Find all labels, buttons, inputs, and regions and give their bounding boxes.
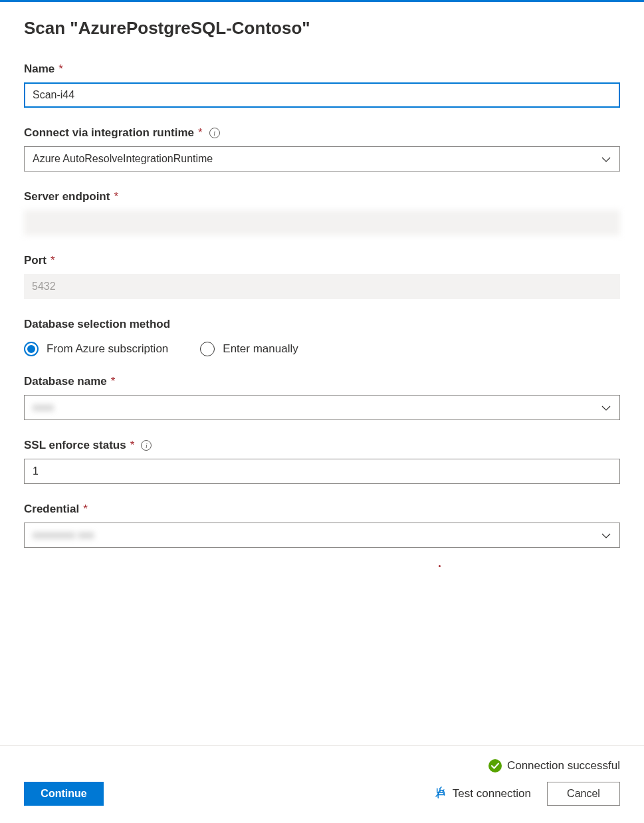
info-icon[interactable]: i bbox=[141, 440, 152, 451]
required-asterisk: * bbox=[198, 126, 203, 140]
footer-right: Test connection Cancel bbox=[434, 782, 620, 806]
radio-from-azure[interactable]: From Azure subscription bbox=[24, 342, 168, 356]
credential-select-value: xxxxxxxx xxx bbox=[33, 529, 94, 541]
db-name-select[interactable]: xxxx bbox=[24, 395, 620, 420]
port-input bbox=[24, 274, 620, 299]
field-name: Name * bbox=[24, 62, 620, 108]
field-runtime: Connect via integration runtime * i Azur… bbox=[24, 126, 620, 172]
db-name-select-value: xxxx bbox=[33, 402, 54, 413]
test-connection-link[interactable]: Test connection bbox=[434, 786, 531, 801]
radio-enter-manually[interactable]: Enter manually bbox=[200, 342, 298, 356]
label-endpoint-text: Server endpoint bbox=[24, 190, 110, 203]
required-asterisk: * bbox=[58, 62, 63, 76]
db-name-select-wrapper: xxxx bbox=[24, 395, 620, 420]
svg-line-1 bbox=[440, 787, 441, 788]
label-credential: Credential * bbox=[24, 503, 620, 516]
label-port-text: Port bbox=[24, 254, 47, 267]
page-title: Scan "AzurePostgreSQL-Contoso" bbox=[24, 18, 620, 39]
connection-status: Connection successful bbox=[24, 759, 620, 772]
footer: Connection successful Continue Test conn… bbox=[0, 745, 644, 823]
label-runtime-text: Connect via integration runtime bbox=[24, 126, 194, 140]
label-name: Name * bbox=[24, 62, 620, 76]
field-ssl: SSL enforce status * i bbox=[24, 439, 620, 484]
label-endpoint: Server endpoint * bbox=[24, 190, 620, 203]
check-icon bbox=[488, 759, 502, 772]
label-name-text: Name bbox=[24, 62, 54, 76]
field-port: Port * bbox=[24, 254, 620, 299]
required-asterisk: * bbox=[111, 375, 116, 388]
label-ssl: SSL enforce status * i bbox=[24, 439, 620, 452]
radio-circle-unselected bbox=[200, 342, 215, 356]
runtime-select-value: Azure AutoResolveIntegrationRuntime bbox=[33, 153, 213, 165]
label-db-name: Database name * bbox=[24, 375, 620, 388]
radio-dot bbox=[27, 345, 35, 353]
form-container: Scan "AzurePostgreSQL-Contoso" Name * Co… bbox=[0, 2, 644, 548]
label-runtime: Connect via integration runtime * i bbox=[24, 126, 620, 140]
required-asterisk: * bbox=[51, 254, 55, 267]
label-port: Port * bbox=[24, 254, 620, 267]
label-credential-text: Credential bbox=[24, 503, 79, 516]
ssl-input[interactable] bbox=[24, 459, 620, 484]
radio-from-azure-label: From Azure subscription bbox=[47, 342, 168, 356]
required-asterisk: * bbox=[130, 439, 135, 452]
info-icon[interactable]: i bbox=[209, 128, 220, 138]
radio-group-db-method: From Azure subscription Enter manually bbox=[24, 342, 620, 356]
footer-buttons: Continue Test connection Cancel bbox=[24, 782, 620, 806]
label-db-name-text: Database name bbox=[24, 375, 107, 388]
field-credential: Credential * xxxxxxxx xxx bbox=[24, 503, 620, 548]
field-db-method: Database selection method From Azure sub… bbox=[24, 318, 620, 356]
plug-icon bbox=[434, 786, 446, 801]
required-asterisk: * bbox=[114, 190, 118, 203]
runtime-select-wrapper: Azure AutoResolveIntegrationRuntime bbox=[24, 146, 620, 172]
name-input[interactable] bbox=[24, 82, 620, 108]
field-db-name: Database name * xxxx bbox=[24, 375, 620, 420]
status-text: Connection successful bbox=[507, 759, 620, 772]
field-endpoint: Server endpoint * bbox=[24, 190, 620, 235]
label-db-method-text: Database selection method bbox=[24, 318, 170, 331]
required-asterisk: * bbox=[83, 503, 88, 516]
runtime-select[interactable]: Azure AutoResolveIntegrationRuntime bbox=[24, 146, 620, 172]
endpoint-input bbox=[24, 210, 620, 235]
radio-manual-label: Enter manually bbox=[223, 342, 298, 356]
cancel-button[interactable]: Cancel bbox=[547, 782, 620, 806]
test-connection-text: Test connection bbox=[453, 787, 531, 800]
radio-circle-selected bbox=[24, 342, 39, 356]
label-db-method: Database selection method bbox=[24, 318, 620, 331]
credential-select[interactable]: xxxxxxxx xxx bbox=[24, 523, 620, 548]
stray-dot bbox=[439, 565, 441, 567]
credential-select-wrapper: xxxxxxxx xxx bbox=[24, 523, 620, 548]
continue-button[interactable]: Continue bbox=[24, 782, 104, 806]
label-ssl-text: SSL enforce status bbox=[24, 439, 126, 452]
